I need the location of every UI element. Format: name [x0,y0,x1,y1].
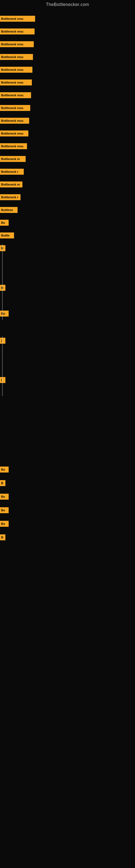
bar-label: Bottleneck resu [0,16,35,22]
list-item: Bottleneck resu [0,54,33,60]
list-item: B [0,534,5,540]
list-item: Bottleneck re [0,156,26,162]
bar-label: | [0,338,5,344]
bar-label: Bottlene [0,207,17,213]
bar-label: Bo [0,467,9,472]
bar-label: B [0,534,5,540]
site-title: TheBottlenecker.com [0,0,135,8]
bar-label: Bottleneck resu [0,92,31,98]
list-item: Bottle [0,232,14,239]
bar-label: Bottleneck resu [0,105,30,111]
list-item: Bo [0,494,9,500]
list-item: Bo [0,507,9,513]
list-item: Bottleneck resu [0,29,35,34]
bar-label: Bottle [0,232,14,239]
list-item: Bo [0,467,9,472]
bar-label: | [0,377,5,383]
list-item: Bo [0,220,9,226]
bar-label: Bottleneck r [0,169,24,175]
list-item: Bottlene [0,207,17,213]
list-item: Bottleneck resu [0,80,32,86]
bar-label: B [0,245,5,251]
bar-label: Bottleneck resu [0,67,32,73]
bar-label: Bo [0,507,9,513]
list-item: Bo [0,311,9,316]
bar-label: B [0,480,5,486]
list-item: Bottleneck r [0,194,20,200]
bar-label: Bottleneck re [0,156,26,162]
bar-label: Bottleneck re [0,182,22,187]
list-item: Bottleneck resu [0,67,32,73]
list-item: Bottleneck resu [0,105,30,111]
bar-label: Bo [0,220,9,226]
bar-label: Bottleneck resu [0,118,29,124]
list-item: Bottleneck re [0,182,22,187]
list-item: Bottleneck resu [0,143,27,149]
list-item: Bottleneck resu [0,16,35,22]
bar-label: Bo [0,521,9,527]
bar-label: Bo [0,494,9,500]
list-item: B [0,480,5,486]
list-item: Bottleneck resu [0,41,34,47]
list-item: Bottleneck r [0,169,24,175]
bar-label: B [0,285,5,291]
list-item: B [0,285,5,291]
list-item: | [0,377,5,383]
list-item: | [0,338,5,344]
bar-label: Bottleneck resu [0,130,28,136]
list-item: Bo [0,521,9,527]
bar-label: Bottleneck resu [0,54,33,60]
bar-label: Bottleneck resu [0,29,35,34]
list-item: B [0,245,5,251]
bar-label: Bottleneck r [0,194,20,200]
list-item: Bottleneck resu [0,130,28,136]
list-item: Bottleneck resu [0,92,31,98]
bar-label: Bottleneck resu [0,80,32,86]
bar-label: Bo [0,311,9,316]
vertical-line [2,244,3,320]
bar-label: Bottleneck resu [0,41,34,47]
bar-label: Bottleneck resu [0,143,27,149]
list-item: Bottleneck resu [0,118,29,124]
vertical-line [2,336,3,396]
